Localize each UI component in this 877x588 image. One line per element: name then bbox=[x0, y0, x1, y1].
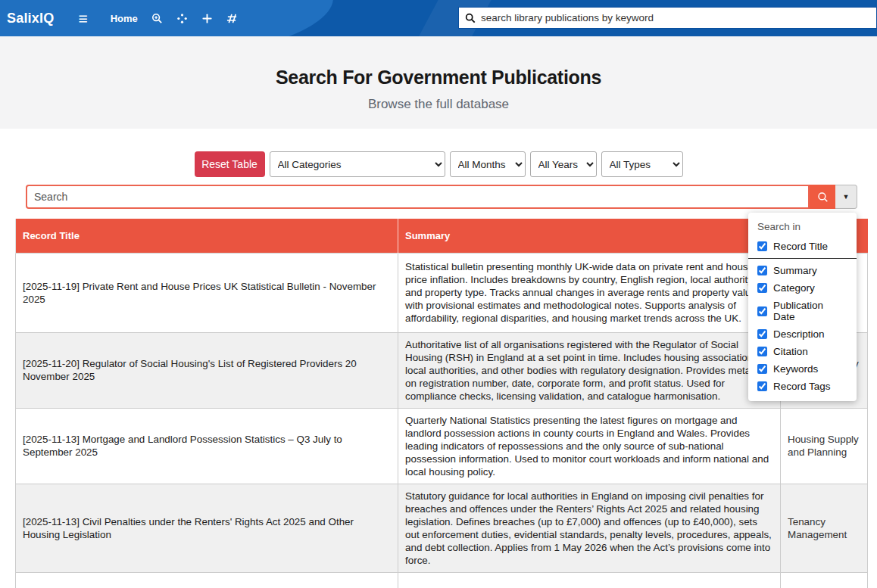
type-filter-select[interactable]: All Types bbox=[601, 151, 683, 177]
option-label: Citation bbox=[773, 346, 808, 357]
checkbox-record-title[interactable] bbox=[757, 241, 767, 251]
zoom-in-icon[interactable] bbox=[151, 13, 163, 24]
checkbox-summary[interactable] bbox=[757, 266, 767, 275]
search-options-toggle[interactable]: ▼ bbox=[835, 185, 857, 209]
header-record-title[interactable]: Record Title bbox=[16, 219, 398, 253]
search-in-option-category[interactable]: Category bbox=[748, 279, 857, 297]
checkbox-publication-date[interactable] bbox=[757, 306, 767, 316]
global-search-input[interactable] bbox=[481, 12, 870, 23]
nav-home-link[interactable]: Home bbox=[111, 13, 138, 24]
table-header-row: Record Title Summary Category bbox=[16, 219, 868, 253]
category-cell: Tenancy Management bbox=[781, 484, 868, 572]
option-label: Keywords bbox=[773, 363, 818, 375]
record-title-cell: [2025-11-13] Mortgage and Landlord Posse… bbox=[16, 408, 398, 484]
filter-toolbar: Reset Table All Categories All Months Al… bbox=[0, 151, 877, 177]
table-row[interactable]: [2025-11-13] Investigatory Powers Guidan… bbox=[16, 572, 868, 588]
table-row[interactable]: [2025-11-13] Mortgage and Landlord Posse… bbox=[16, 408, 868, 484]
search-in-option-keywords[interactable]: Keywords bbox=[748, 360, 857, 378]
category-filter-select[interactable]: All Categories bbox=[270, 151, 445, 177]
navbar-items: ≡ Home bbox=[54, 11, 237, 26]
hash-icon[interactable] bbox=[226, 13, 238, 24]
record-title-cell: [2025-11-20] Regulator of Social Housing… bbox=[16, 332, 398, 408]
option-label: Record Tags bbox=[773, 381, 831, 392]
record-title-cell: [2025-11-13] Investigatory Powers Guidan… bbox=[16, 572, 398, 588]
checkbox-keywords[interactable] bbox=[757, 364, 767, 374]
search-in-title: Search in bbox=[748, 217, 857, 238]
category-cell: Tenancy Management bbox=[781, 572, 868, 588]
top-navbar: SalixIQ ≡ Home bbox=[0, 0, 877, 36]
header-summary[interactable]: Summary bbox=[398, 219, 781, 253]
checkbox-citation[interactable] bbox=[757, 347, 767, 356]
dots-icon[interactable] bbox=[176, 13, 188, 24]
chevron-down-icon: ▼ bbox=[843, 193, 850, 201]
plus-icon[interactable] bbox=[201, 13, 213, 24]
option-label: Summary bbox=[773, 265, 817, 276]
page-title: Search For Government Publications bbox=[0, 67, 877, 89]
page-subtitle: Browse the full database bbox=[0, 97, 877, 112]
summary-cell: Guidance for local housing authorities o… bbox=[398, 572, 781, 588]
search-icon bbox=[817, 191, 829, 203]
reset-table-button[interactable]: Reset Table bbox=[195, 151, 265, 177]
publications-table: Record Title Summary Category [2025-11-1… bbox=[15, 219, 868, 588]
option-label: Publication Date bbox=[773, 300, 847, 322]
option-label: Record Title bbox=[773, 241, 828, 252]
page-header: Search For Government Publications Brows… bbox=[0, 36, 877, 129]
table-search-input[interactable] bbox=[26, 185, 810, 209]
brand-logo[interactable]: SalixIQ bbox=[7, 11, 54, 26]
global-search-bar bbox=[458, 7, 877, 29]
record-title-cell: [2025-11-13] Civil Penalties under the R… bbox=[16, 484, 398, 572]
summary-cell: Statistical bulletin presenting monthly … bbox=[398, 253, 781, 332]
search-in-dropdown: Search in Record Title Summary Category … bbox=[748, 213, 857, 401]
year-filter-select[interactable]: All Years bbox=[530, 151, 597, 177]
table-search-bar: ▼ bbox=[26, 185, 857, 209]
checkbox-record-tags[interactable] bbox=[757, 381, 767, 391]
menu-icon[interactable]: ≡ bbox=[78, 11, 87, 26]
summary-cell: Authoritative list of all organisations … bbox=[398, 332, 781, 408]
summary-cell: Statutory guidance for local authorities… bbox=[398, 484, 781, 572]
table-row[interactable]: [2025-11-20] Regulator of Social Housing… bbox=[16, 332, 868, 408]
search-in-option-publication-date[interactable]: Publication Date bbox=[748, 297, 857, 325]
option-label: Description bbox=[773, 328, 825, 340]
table-row[interactable]: [2025-11-19] Private Rent and House Pric… bbox=[16, 253, 868, 332]
category-cell: Housing Supply and Planning bbox=[781, 408, 868, 484]
search-in-option-record-tags[interactable]: Record Tags bbox=[748, 378, 857, 395]
search-submit-button[interactable] bbox=[810, 185, 835, 209]
summary-cell: Quarterly National Statistics presenting… bbox=[398, 408, 781, 484]
search-in-option-record-title[interactable]: Record Title bbox=[748, 238, 857, 259]
search-icon bbox=[465, 13, 476, 23]
search-in-option-citation[interactable]: Citation bbox=[748, 343, 857, 360]
search-in-option-description[interactable]: Description bbox=[748, 325, 857, 343]
month-filter-select[interactable]: All Months bbox=[450, 151, 526, 177]
checkbox-description[interactable] bbox=[757, 329, 767, 339]
table-row[interactable]: [2025-11-13] Civil Penalties under the R… bbox=[16, 484, 868, 572]
checkbox-category[interactable] bbox=[757, 283, 767, 293]
record-title-cell: [2025-11-19] Private Rent and House Pric… bbox=[16, 253, 398, 332]
search-in-option-summary[interactable]: Summary bbox=[748, 262, 857, 279]
option-label: Category bbox=[773, 282, 815, 294]
